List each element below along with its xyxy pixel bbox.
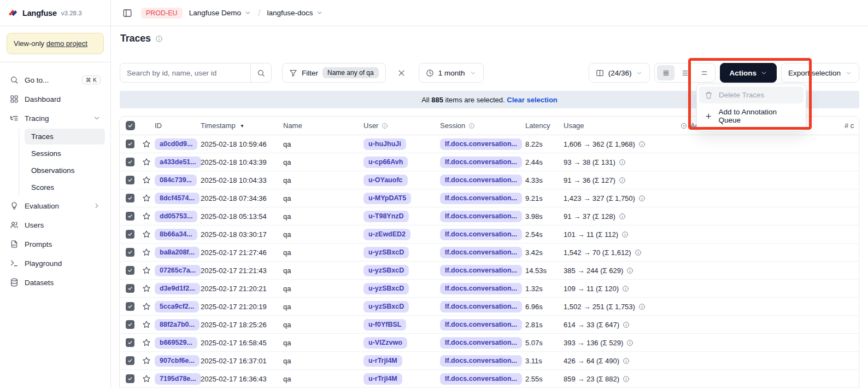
row-checkbox[interactable]	[126, 140, 134, 148]
sidebar-item-traces[interactable]: Traces	[25, 129, 105, 144]
info-icon[interactable]	[638, 141, 646, 148]
user-badge[interactable]: u-f0YfBSL	[363, 319, 406, 331]
session-badge[interactable]: lf.docs.conversation...	[440, 229, 522, 240]
trace-id-badge[interactable]: d3e9d1f2...	[155, 283, 200, 294]
user-badge[interactable]: u-MYpDAT5	[363, 193, 411, 204]
row-checkbox[interactable]	[126, 302, 134, 311]
row-checkbox[interactable]	[126, 248, 134, 257]
trace-id-badge[interactable]: ba8a208f...	[155, 247, 200, 258]
bookmark-star-icon[interactable]	[142, 135, 151, 153]
info-icon[interactable]	[621, 231, 629, 238]
session-badge[interactable]: lf.docs.conversation...	[440, 138, 522, 150]
row-checkbox[interactable]	[126, 374, 134, 383]
trace-id-badge[interactable]: 8b66a34...	[155, 229, 197, 240]
select-all-checkbox[interactable]	[126, 121, 135, 130]
bookmark-star-icon[interactable]	[142, 316, 151, 333]
sidebar-item-dashboard[interactable]: Dashboard	[5, 90, 105, 108]
user-badge[interactable]: u-yzSBxcD	[363, 283, 409, 294]
row-checkbox[interactable]	[126, 194, 134, 202]
session-badge[interactable]: lf.docs.conversation...	[440, 301, 522, 312]
trace-id-badge[interactable]: 8dcf4574...	[155, 193, 200, 204]
header-name[interactable]: Name	[283, 117, 302, 135]
bookmark-star-icon[interactable]	[142, 244, 151, 261]
session-badge[interactable]: lf.docs.conversation...	[440, 265, 522, 276]
row-checkbox[interactable]	[126, 320, 134, 329]
header-session[interactable]: Session	[440, 117, 475, 135]
row-checkbox[interactable]	[126, 158, 134, 166]
info-icon[interactable]	[619, 177, 626, 184]
columns-button[interactable]: (24/36)	[589, 63, 650, 83]
user-badge[interactable]: u-yzSBxcD	[363, 265, 409, 276]
user-badge[interactable]: u-zEwdED2	[363, 229, 410, 240]
row-checkbox[interactable]	[126, 284, 134, 293]
user-badge[interactable]: u-rTrjl4M	[363, 355, 402, 367]
actions-button[interactable]: Actions	[720, 63, 777, 83]
bookmark-star-icon[interactable]	[142, 370, 151, 387]
header-id[interactable]: ID	[155, 117, 162, 135]
environment-badge[interactable]: PROD-EU	[141, 8, 183, 19]
info-icon[interactable]	[638, 303, 646, 310]
sidebar-item-datasets[interactable]: Datasets	[5, 274, 105, 291]
goto-search[interactable]: Go to... ⌘ K	[5, 71, 105, 89]
bookmark-star-icon[interactable]	[142, 225, 151, 243]
info-icon[interactable]	[626, 339, 634, 346]
sidebar-item-observations[interactable]: Observations	[25, 163, 105, 178]
sidebar-item-sessions[interactable]: Sessions	[25, 146, 105, 161]
sidebar-item-playground[interactable]: Playground	[5, 254, 105, 272]
trace-id-badge[interactable]: 084c739...	[155, 175, 197, 186]
user-badge[interactable]: u-huJhuJi	[363, 138, 406, 150]
session-badge[interactable]: lf.docs.conversation...	[440, 355, 522, 367]
user-badge[interactable]: u-yzSBxcD	[363, 247, 409, 258]
row-checkbox[interactable]	[126, 230, 134, 239]
sidebar-item-scores[interactable]: Scores	[25, 179, 105, 195]
search-input[interactable]	[120, 69, 250, 77]
bookmark-star-icon[interactable]	[142, 171, 151, 189]
menu-item-delete-traces[interactable]: Delete Traces	[699, 86, 804, 103]
header-timestamp[interactable]: Timestamp▼	[201, 117, 244, 135]
trace-id-badge[interactable]: 07265c7a...	[155, 265, 201, 276]
clear-filter-button[interactable]	[395, 66, 408, 79]
row-height-large-button[interactable]	[695, 65, 713, 80]
info-icon[interactable]	[623, 375, 630, 383]
info-icon[interactable]	[619, 159, 626, 166]
trace-id-badge[interactable]: dd05753...	[155, 211, 197, 222]
row-checkbox[interactable]	[126, 266, 134, 275]
filter-chip[interactable]: Name any of qa	[322, 67, 379, 78]
sidebar-item-tracing[interactable]: Tracing	[5, 109, 105, 127]
sidebar-toggle-button[interactable]	[120, 6, 134, 20]
header-user[interactable]: User	[363, 117, 388, 135]
row-checkbox[interactable]	[126, 338, 134, 347]
search-submit[interactable]	[251, 69, 271, 77]
row-checkbox[interactable]	[126, 356, 134, 365]
bookmark-star-icon[interactable]	[142, 207, 151, 225]
bookmark-star-icon[interactable]	[142, 334, 151, 351]
user-badge[interactable]: u-cp66Avh	[363, 157, 408, 168]
bookmark-star-icon[interactable]	[142, 262, 151, 279]
trace-id-badge[interactable]: 5cca9cf2...	[155, 301, 199, 312]
row-height-small-button[interactable]	[657, 65, 675, 80]
user-badge[interactable]: u-rTrjl4M	[363, 373, 402, 385]
row-checkbox[interactable]	[126, 212, 134, 221]
demo-project-link[interactable]: demo project	[46, 39, 87, 48]
trace-id-badge[interactable]: 907cbf6e...	[155, 355, 200, 367]
header-usage[interactable]: Usage	[564, 117, 584, 135]
info-icon[interactable]	[155, 35, 163, 43]
time-range-button[interactable]: 1 month	[419, 63, 484, 83]
bookmark-star-icon[interactable]	[142, 280, 151, 297]
info-icon[interactable]	[622, 285, 629, 292]
row-checkbox[interactable]	[126, 176, 134, 184]
trace-id-badge[interactable]: b669529...	[155, 337, 197, 349]
bookmark-star-icon[interactable]	[142, 189, 151, 207]
clear-selection-link[interactable]: Clear selection	[507, 96, 558, 104]
sidebar-item-users[interactable]: Users	[5, 216, 105, 234]
session-badge[interactable]: lf.docs.conversation...	[440, 319, 522, 331]
export-selection-button[interactable]: Export selection	[781, 63, 859, 83]
info-icon[interactable]	[623, 357, 630, 364]
sidebar-item-evaluation[interactable]: Evaluation	[5, 197, 105, 215]
trace-id-badge[interactable]: 7195d78e...	[155, 373, 201, 385]
sidebar-item-prompts[interactable]: Prompts	[5, 235, 105, 253]
bookmark-star-icon[interactable]	[142, 298, 151, 315]
session-badge[interactable]: lf.docs.conversation...	[440, 337, 522, 349]
project-breadcrumb[interactable]: langfuse-docs	[267, 9, 323, 17]
trace-id-badge[interactable]: 88f2a7b0...	[155, 319, 200, 331]
